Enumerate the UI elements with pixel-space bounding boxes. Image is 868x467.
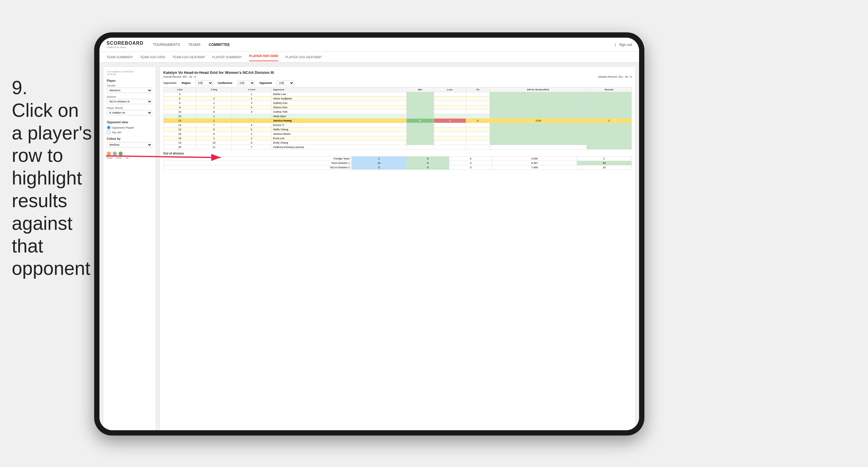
opponent-option-2[interactable]: Top 100 — [107, 130, 152, 134]
gender-select[interactable]: Women's — [107, 88, 152, 93]
col-loss: Loss — [434, 87, 466, 92]
table-row[interactable]: 5 2 2 Alexis Sudjianto — [164, 96, 632, 101]
col-win: Win — [406, 87, 434, 92]
content-area: Last Updated: 27/03/2024 16:55:28 Player… — [99, 63, 639, 430]
nav-teams[interactable]: TEAMS — [188, 41, 200, 48]
right-panel: Katelyn Vo Head-to-Head Grid for Women's… — [159, 66, 636, 430]
division-record: Division Record: 331 - 34 - 6 — [598, 75, 632, 78]
gender-label: Gender — [107, 84, 152, 87]
colour-dot-up — [119, 152, 123, 156]
annotation-number: 9. — [12, 76, 94, 99]
table-row[interactable]: 13 1 Heeji Hyun — [164, 114, 632, 119]
table-row[interactable]: 19 10 6 Emily Chang — [164, 141, 632, 145]
ood-row[interactable]: NAIA Division 1 15 0 0 9.267 30 — [164, 161, 632, 165]
division-select[interactable]: NCAA Division III — [107, 99, 152, 104]
player-rank-label: Player (Rank) — [107, 106, 152, 110]
sign-out-text[interactable]: Sign out — [619, 43, 632, 47]
nav-tournaments[interactable]: TOURNAMENTS — [153, 41, 180, 48]
col-diff: Diff Av Strokes/Rnd — [490, 87, 586, 92]
tablet-screen: SCOREBOARD Powered by clippd TOURNAMENTS… — [99, 38, 639, 430]
opponent-view-title: Opponent view — [107, 121, 152, 124]
tab-team-h2h-heatmap[interactable]: TEAM H2H HEATMAP — [173, 54, 205, 60]
table-row[interactable]: 16 9 1 Jessica Mason — [164, 132, 632, 136]
player-rank-select[interactable]: 8. Katelyn Vo — [107, 110, 152, 115]
table-row[interactable]: 14 7 4 Eunice Yi — [164, 123, 632, 127]
out-of-division-table: Foreign Team 1 0 0 4.500 2 NAIA Division… — [163, 156, 632, 170]
top-nav: SCOREBOARD Powered by clippd TOURNAMENTS… — [99, 38, 639, 52]
opponent-filter-select[interactable]: (All) — [277, 81, 294, 85]
colour-dot-level — [113, 152, 117, 156]
filters-row: Opponents: Region (All) Conference (All)… — [163, 81, 632, 85]
logo-title: SCOREBOARD — [106, 41, 144, 46]
table-row[interactable]: 3 1 Esther Lee — [164, 92, 632, 96]
logo-sub: Powered by clippd — [106, 46, 144, 49]
colour-dot-down — [107, 152, 111, 156]
region-filter-select[interactable]: (All) — [195, 81, 213, 85]
table-row[interactable]: 6 1 3 Sydney Kuo — [164, 101, 632, 105]
timestamp: Last Updated: 27/03/2024 16:55:28 — [107, 70, 152, 75]
jessica-huang-row[interactable]: 13 1 Jessica Huang 0 1 0 -3.00 2 — [164, 119, 632, 123]
table-row[interactable]: 18 2 2 Euna Lee — [164, 136, 632, 141]
table-row[interactable]: 20 11 7 Federica Domecq Lacroze — [164, 145, 632, 150]
opponent-view: Opponent view Opponents Played Top 100 — [107, 121, 152, 134]
out-of-division-header: Out of division — [163, 152, 632, 155]
col-tie: Tie — [466, 87, 490, 92]
table-row[interactable]: 10 6 3 Andrea York — [164, 110, 632, 114]
opponent-option-1[interactable]: Opponents Played — [107, 126, 152, 129]
overall-record: Overall Record: 353 - 34 - 6 — [163, 75, 196, 78]
nav-committee[interactable]: COMMITTEE — [209, 41, 230, 48]
col-opponent: Opponent — [271, 87, 407, 92]
colour-section: Colour by Win/loss Down Level Up — [107, 137, 152, 159]
sign-out-button[interactable]: | Sign out — [615, 43, 632, 47]
col-conf: # Conf — [232, 87, 271, 92]
colour-by-select[interactable]: Win/loss — [107, 142, 152, 148]
tab-player-h2h-heatmap[interactable]: PLAYER H2H HEATMAP — [285, 54, 321, 60]
conference-filter-label: Conference — [218, 82, 232, 85]
tab-player-summary[interactable]: PLAYER SUMMARY — [212, 54, 242, 60]
annotation: 9. Click on a player's row to highlight … — [12, 76, 94, 280]
top-nav-links: TOURNAMENTS TEAMS COMMITTEE — [153, 41, 230, 48]
col-div: # Div — [164, 87, 196, 92]
left-panel: Last Updated: 27/03/2024 16:55:28 Player… — [103, 66, 156, 430]
logo: SCOREBOARD Powered by clippd — [106, 41, 144, 49]
opponents-label: Opponents: — [163, 82, 177, 85]
colour-dots — [107, 152, 152, 156]
tab-team-h2h-grid[interactable]: TEAM H2H GRID — [140, 54, 165, 60]
separator: | — [615, 43, 616, 47]
table-row[interactable]: 9 1 4 Sharon Mun — [164, 105, 632, 110]
division-label: Division — [107, 95, 152, 98]
grid-title: Katelyn Vo Head-to-Head Grid for Women's… — [163, 70, 632, 75]
ood-row[interactable]: NCAA Division 2 5 0 0 7.400 10 — [164, 165, 632, 170]
col-rounds: Rounds — [586, 87, 631, 92]
colour-labels: Down Level Up — [107, 157, 152, 159]
conference-filter-select[interactable]: (All) — [237, 81, 255, 85]
sub-nav: TEAM SUMMARY TEAM H2H GRID TEAM H2H HEAT… — [99, 52, 639, 63]
annotation-body: Click on a player's row to highlight res… — [12, 99, 94, 280]
ood-row[interactable]: Foreign Team 1 0 0 4.500 2 — [164, 157, 632, 161]
region-filter-label: Region — [182, 82, 191, 85]
table-row[interactable]: 15 8 5 Stella Cheng — [164, 127, 632, 132]
tab-player-h2h-grid[interactable]: PLAYER H2H GRID — [249, 53, 278, 61]
opponent-filter-label: Opponent — [259, 82, 272, 85]
grid-record-row: Overall Record: 353 - 34 - 6 Division Re… — [163, 75, 632, 78]
main-grid-table: # Div # Reg # Conf Opponent Win Loss Tie… — [163, 87, 632, 150]
player-section-title: Player — [107, 79, 152, 83]
tab-team-summary[interactable]: TEAM SUMMARY — [106, 54, 133, 60]
colour-by-title: Colour by — [107, 137, 152, 141]
tablet-frame: SCOREBOARD Powered by clippd TOURNAMENTS… — [94, 32, 644, 436]
col-reg: # Reg — [196, 87, 231, 92]
